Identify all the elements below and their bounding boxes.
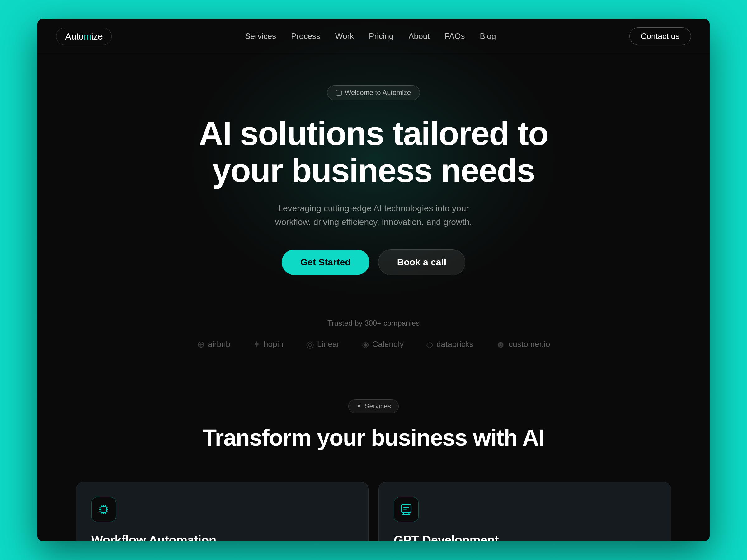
hopin-name: hopin	[264, 340, 284, 349]
get-started-button[interactable]: Get Started	[282, 249, 369, 275]
nav-links: Services Process Work Pricing About FAQs…	[245, 31, 496, 41]
company-logos: ⊕ airbnb ✦ hopin ◎ Linear ◈ Calendly ◇ d…	[56, 339, 691, 350]
logo-customerio: ☻ customer.io	[496, 339, 550, 350]
service-cards: Workflow Automation GPT Development	[37, 482, 710, 541]
gpt-development-title: GPT Development	[394, 533, 656, 541]
nav-link-services[interactable]: Services	[245, 31, 276, 41]
hero-buttons: Get Started Book a call	[56, 249, 691, 275]
svg-rect-0	[101, 507, 106, 512]
logo-calendly: ◈ Calendly	[362, 339, 404, 350]
svg-rect-1	[401, 505, 411, 512]
logo-container[interactable]: Automize	[56, 28, 112, 45]
nav-link-pricing[interactable]: Pricing	[369, 31, 393, 41]
book-call-button[interactable]: Book a call	[378, 249, 465, 275]
hero-title-line1: AI solutions tailored to	[199, 114, 548, 152]
databricks-name: databricks	[436, 340, 473, 349]
badge-text: Welcome to Automize	[345, 89, 411, 97]
chat-icon	[400, 503, 413, 516]
workflow-automation-icon-container	[91, 497, 116, 522]
services-badge: ✦ Services	[348, 399, 399, 413]
logo-linear: ◎ Linear	[306, 339, 340, 350]
linear-icon: ◎	[306, 339, 314, 350]
calendly-name: Calendly	[372, 340, 404, 349]
workflow-automation-title: Workflow Automation	[91, 533, 353, 541]
services-badge-icon: ✦	[356, 402, 362, 410]
browser-window: Automize Services Process Work Pricing A…	[37, 19, 710, 541]
services-title: Transform your business with AI	[56, 424, 691, 451]
nav-link-faqs[interactable]: FAQs	[444, 31, 465, 41]
hero-title: AI solutions tailored to your business n…	[187, 115, 560, 189]
contact-button[interactable]: Contact us	[629, 27, 691, 45]
nav-link-blog[interactable]: Blog	[480, 31, 496, 41]
customerio-name: customer.io	[509, 340, 550, 349]
airbnb-name: airbnb	[208, 340, 230, 349]
logo-hopin: ✦ hopin	[253, 339, 284, 350]
trusted-section: Trusted by 300+ companies ⊕ airbnb ✦ hop…	[37, 300, 710, 375]
logo-airbnb: ⊕ airbnb	[197, 339, 230, 350]
hero-section: Welcome to Automize AI solutions tailore…	[37, 54, 710, 300]
gpt-development-icon-container	[394, 497, 419, 522]
navbar: Automize Services Process Work Pricing A…	[37, 19, 710, 54]
nav-link-work[interactable]: Work	[335, 31, 354, 41]
logo: Automize	[65, 31, 103, 42]
nav-link-process[interactable]: Process	[291, 31, 320, 41]
hero-subtitle: Leveraging cutting-edge AI technologies …	[268, 202, 479, 230]
calendly-icon: ◈	[362, 339, 369, 350]
databricks-icon: ◇	[426, 339, 433, 350]
logo-databricks: ◇ databricks	[426, 339, 473, 350]
linear-name: Linear	[317, 340, 340, 349]
hopin-icon: ✦	[253, 339, 260, 350]
card-gpt-development[interactable]: GPT Development	[379, 482, 671, 541]
services-badge-text: Services	[365, 402, 391, 410]
chip-icon	[97, 503, 110, 516]
airbnb-icon: ⊕	[197, 339, 205, 350]
customerio-icon: ☻	[496, 339, 506, 350]
badge-icon	[336, 90, 342, 96]
logo-accent: m	[84, 31, 92, 42]
welcome-badge: Welcome to Automize	[327, 85, 420, 100]
hero-title-line2: your business needs	[212, 152, 535, 189]
trusted-label: Trusted by 300+ companies	[56, 319, 691, 328]
services-section: ✦ Services Transform your business with …	[37, 375, 710, 482]
nav-link-about[interactable]: About	[409, 31, 430, 41]
card-workflow-automation[interactable]: Workflow Automation	[76, 482, 368, 541]
